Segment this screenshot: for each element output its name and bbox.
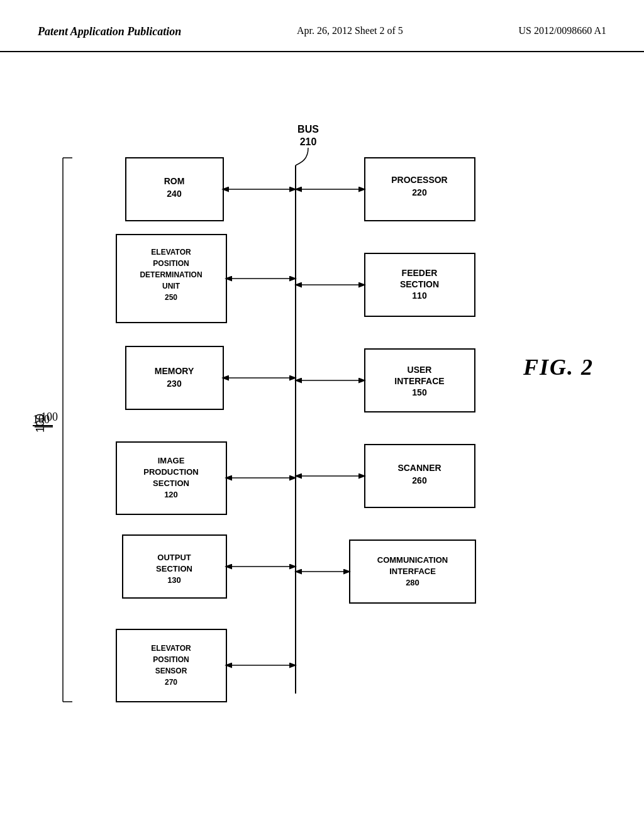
svg-text:IMAGE: IMAGE — [158, 456, 185, 465]
svg-text:210: 210 — [300, 136, 317, 147]
scanner-box — [365, 445, 475, 507]
sheet-info: Apr. 26, 2012 Sheet 2 of 5 — [297, 25, 403, 36]
image-prod-box — [116, 442, 226, 514]
page-header: Patent Application Publication Apr. 26, … — [0, 0, 644, 52]
diagram-svg: PROCESSOR 220 FEEDER SECTION 110 USER IN… — [0, 52, 644, 819]
svg-text:INTERFACE: INTERFACE — [394, 376, 444, 386]
svg-text:270: 270 — [165, 678, 177, 687]
svg-text:SENSOR: SENSOR — [155, 667, 187, 675]
user-interface-box — [365, 349, 475, 412]
svg-text:POSITION: POSITION — [153, 259, 189, 268]
svg-text:FEEDER: FEEDER — [402, 268, 438, 278]
comm-interface-box — [350, 540, 475, 603]
ref-100-underline — [33, 425, 53, 426]
ref-100-number: 100 — [33, 413, 50, 426]
svg-text:USER: USER — [408, 365, 432, 375]
svg-text:POSITION: POSITION — [153, 655, 189, 664]
svg-text:INTERFACE: INTERFACE — [389, 567, 436, 576]
svg-text:250: 250 — [165, 293, 177, 302]
svg-text:BUS: BUS — [297, 124, 319, 135]
rom-box — [126, 158, 223, 221]
svg-text:SECTION: SECTION — [153, 479, 189, 488]
patent-number: US 2012/0098660 A1 — [518, 25, 606, 36]
svg-text:110: 110 — [412, 290, 427, 301]
svg-text:230: 230 — [167, 379, 182, 389]
svg-text:280: 280 — [406, 578, 419, 587]
svg-text:PRODUCTION: PRODUCTION — [143, 467, 198, 477]
publication-label: Patent Application Publication — [38, 25, 181, 38]
svg-text:PROCESSOR: PROCESSOR — [391, 175, 447, 185]
svg-text:150: 150 — [412, 387, 427, 397]
svg-text:240: 240 — [167, 189, 182, 199]
svg-text:ROM: ROM — [164, 176, 185, 186]
svg-text:SECTION: SECTION — [156, 564, 192, 573]
elevator-pos-det-box — [116, 235, 226, 323]
svg-text:220: 220 — [412, 187, 427, 197]
svg-text:SECTION: SECTION — [400, 279, 439, 289]
svg-text:130: 130 — [167, 575, 181, 585]
feeder-box — [365, 253, 475, 316]
svg-text:260: 260 — [412, 475, 427, 485]
elevator-sensor-box — [116, 629, 226, 702]
memory-box — [126, 346, 223, 409]
diagram-area: FIG. 2 100 PROCESSOR 220 FEEDER SECTION … — [0, 52, 644, 819]
svg-text:ELEVATOR: ELEVATOR — [151, 248, 191, 257]
svg-text:DETERMINATION: DETERMINATION — [140, 270, 202, 279]
svg-text:COMMUNICATION: COMMUNICATION — [377, 555, 448, 565]
processor-box — [365, 158, 475, 221]
svg-text:120: 120 — [164, 490, 178, 499]
svg-text:SCANNER: SCANNER — [397, 463, 441, 473]
svg-text:OUTPUT: OUTPUT — [157, 553, 191, 562]
svg-text:UNIT: UNIT — [162, 282, 180, 290]
output-box — [123, 535, 226, 598]
svg-text:ELEVATOR: ELEVATOR — [151, 644, 191, 653]
figure-label: FIG. 2 — [523, 354, 594, 380]
svg-text:MEMORY: MEMORY — [155, 366, 194, 376]
